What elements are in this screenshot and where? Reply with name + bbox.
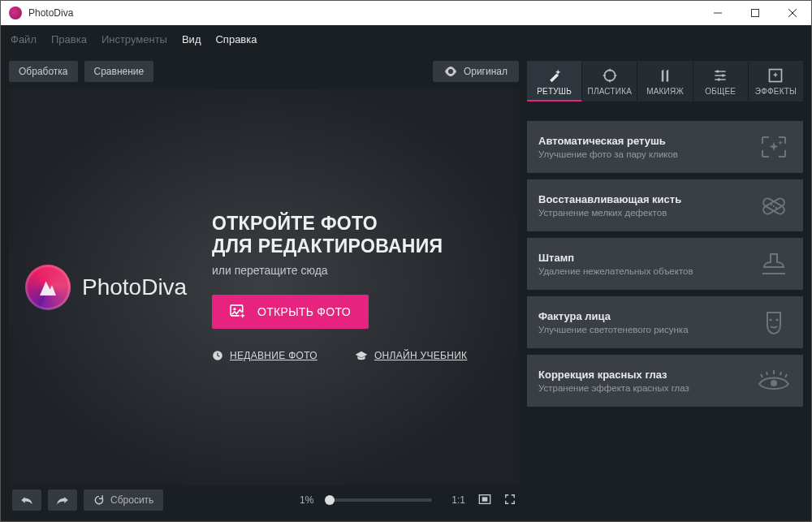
- fullscreen-icon: [504, 494, 516, 505]
- clock-icon: [212, 350, 223, 361]
- processing-tab-button[interactable]: Обработка: [9, 61, 78, 82]
- zoom-slider[interactable]: [326, 498, 432, 502]
- welcome-sub: или перетащите сюда: [212, 264, 503, 277]
- svg-point-5: [233, 308, 235, 310]
- redo-button[interactable]: [48, 490, 77, 511]
- menu-edit[interactable]: Правка: [51, 33, 87, 45]
- original-label: Оригинал: [464, 66, 508, 77]
- tab-general[interactable]: ОБЩЕЕ: [693, 61, 749, 101]
- svg-point-13: [716, 70, 719, 72]
- recent-photos-link[interactable]: НЕДАВНИЕ ФОТО: [212, 350, 317, 361]
- tool-list: Автоматическая ретушь Улучшение фото за …: [527, 121, 803, 407]
- window-minimize-button[interactable]: [699, 1, 736, 25]
- tool-title: Штамп: [538, 252, 746, 264]
- tool-desc: Улучшение светотеневого рисунка: [538, 325, 746, 334]
- svg-point-21: [775, 207, 777, 209]
- online-tutorial-link[interactable]: ОНЛАЙН УЧЕБНИК: [355, 350, 468, 361]
- sparkle-frame-icon: [767, 67, 784, 84]
- tool-healing-brush[interactable]: Восстанавливающая кисть Устранение мелки…: [527, 179, 803, 231]
- undo-icon: [19, 494, 34, 506]
- undo-button[interactable]: [12, 490, 41, 511]
- open-photo-button[interactable]: ОТКРЫТЬ ФОТО: [212, 295, 369, 329]
- zoom-ratio-button[interactable]: 1:1: [451, 494, 465, 506]
- app-title: PhotoDiva: [28, 7, 73, 19]
- wand-icon: [546, 67, 563, 84]
- stamp-icon: [756, 248, 792, 280]
- fit-screen-button[interactable]: [478, 494, 491, 507]
- eye-icon: [444, 67, 457, 76]
- svg-rect-11: [662, 75, 664, 82]
- svg-point-19: [773, 205, 775, 207]
- online-tutorial-label: ОНЛАЙН УЧЕБНИК: [374, 350, 468, 361]
- eye-lash-icon: [756, 365, 792, 397]
- welcome-heading: ОТКРОЙТЕ ФОТО ДЛЯ РЕДАКТИРОВАНИЯ: [212, 213, 503, 257]
- refresh-icon: [93, 494, 105, 506]
- svg-point-10: [604, 70, 615, 80]
- tool-desc: Устранение эффекта красных глаз: [538, 383, 746, 393]
- target-icon: [602, 67, 618, 84]
- svg-rect-1: [752, 10, 759, 17]
- fullscreen-button[interactable]: [504, 494, 516, 507]
- menu-tools[interactable]: Инструменты: [102, 33, 167, 45]
- menu-view[interactable]: Вид: [182, 33, 201, 45]
- titlebar: PhotoDiva: [1, 1, 811, 25]
- app-icon: [9, 6, 22, 19]
- svg-point-25: [771, 380, 777, 386]
- bottom-toolbar: Сбросить 1% 1:1: [9, 485, 519, 515]
- tool-title: Автоматическая ретушь: [538, 135, 746, 147]
- svg-rect-12: [667, 75, 669, 82]
- tab-makeup[interactable]: МАКИЯЖ: [637, 61, 693, 101]
- right-panel: РЕТУШЬ ПЛАСТИКА МАКИЯЖ ОБЩЕЕ ЭФФЕКТЫ: [527, 53, 811, 521]
- tool-desc: Улучшение фото за пару кликов: [538, 149, 746, 159]
- zoom-percent: 1%: [300, 494, 313, 506]
- svg-point-24: [775, 318, 778, 321]
- sliders-icon: [712, 67, 728, 84]
- menu-help[interactable]: Справка: [215, 33, 257, 45]
- brand-name: PhotoDiva: [82, 274, 187, 300]
- svg-point-20: [771, 204, 772, 205]
- left-column: Обработка Сравнение Оригинал PhotoDiva: [1, 53, 527, 521]
- tab-retouch[interactable]: РЕТУШЬ: [527, 61, 582, 101]
- view-toolbar: Обработка Сравнение Оригинал: [9, 61, 519, 82]
- brand-logo-icon: [25, 265, 71, 310]
- brand-block: PhotoDiva: [25, 265, 212, 310]
- welcome-text: ОТКРОЙТЕ ФОТО ДЛЯ РЕДАКТИРОВАНИЯ или пер…: [212, 213, 503, 361]
- svg-point-15: [718, 78, 720, 80]
- open-photo-label: ОТКРЫТЬ ФОТО: [257, 305, 351, 318]
- recent-photos-label: НЕДАВНИЕ ФОТО: [230, 350, 317, 361]
- sparkles-icon: [756, 131, 792, 163]
- compare-tab-button[interactable]: Сравнение: [84, 61, 154, 82]
- tool-desc: Устранение мелких дефектов: [538, 208, 746, 218]
- zoom-slider-thumb[interactable]: [325, 495, 335, 505]
- tab-effects[interactable]: ЭФФЕКТЫ: [749, 61, 803, 101]
- window-close-button[interactable]: [774, 1, 811, 25]
- original-toggle-button[interactable]: Оригинал: [433, 61, 519, 82]
- menu-file[interactable]: Файл: [11, 33, 37, 45]
- tool-title: Коррекция красных глаз: [538, 369, 746, 381]
- svg-point-23: [769, 318, 771, 321]
- graduation-cap-icon: [355, 350, 368, 361]
- image-add-icon: [230, 304, 246, 319]
- tool-desc: Удаление нежелательных объектов: [538, 266, 746, 276]
- svg-point-14: [722, 74, 724, 76]
- bandage-icon: [756, 189, 792, 222]
- tool-clone-stamp[interactable]: Штамп Удаление нежелательных объектов: [527, 238, 803, 290]
- tool-face-texture[interactable]: Фактура лица Улучшение светотеневого рис…: [527, 296, 803, 348]
- reset-label: Сбросить: [110, 494, 153, 506]
- tool-auto-retouch[interactable]: Автоматическая ретушь Улучшение фото за …: [527, 121, 803, 173]
- face-mask-icon: [756, 306, 792, 339]
- svg-rect-9: [482, 497, 488, 501]
- app-window: PhotoDiva Файл Правка Инструменты Вид Сп…: [0, 0, 812, 522]
- tool-title: Фактура лица: [538, 310, 746, 322]
- redo-icon: [55, 494, 70, 506]
- menubar: Файл Правка Инструменты Вид Справка: [1, 25, 811, 53]
- window-maximize-button[interactable]: [736, 1, 774, 25]
- tab-plastic[interactable]: ПЛАСТИКА: [582, 61, 637, 101]
- canvas[interactable]: PhotoDiva ОТКРОЙТЕ ФОТО ДЛЯ РЕДАКТИРОВАН…: [9, 88, 519, 485]
- fit-screen-icon: [478, 494, 491, 505]
- category-tabs: РЕТУШЬ ПЛАСТИКА МАКИЯЖ ОБЩЕЕ ЭФФЕКТЫ: [527, 61, 803, 101]
- tool-red-eye[interactable]: Коррекция красных глаз Устранение эффект…: [527, 355, 803, 407]
- tool-title: Восстанавливающая кисть: [538, 193, 746, 205]
- reset-button[interactable]: Сбросить: [84, 490, 163, 511]
- lipstick-icon: [657, 67, 673, 84]
